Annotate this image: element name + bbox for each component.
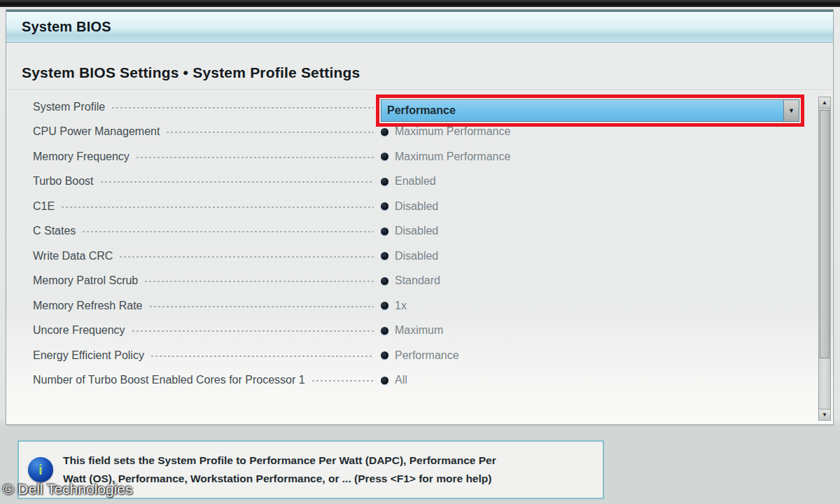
info-icon: i (28, 457, 53, 482)
leader-line (150, 306, 374, 307)
radio-bullet-icon (381, 153, 388, 160)
setting-value: Maximum Performance (395, 125, 510, 138)
setting-label: Memory Frequency (33, 150, 130, 163)
system-profile-dropdown[interactable]: Performance ▼ (381, 99, 799, 122)
leader-line (62, 206, 374, 208)
setting-row-c1e: C1E Disabled (6, 194, 804, 219)
setting-value: Enabled (395, 175, 436, 188)
setting-value: Disabled (395, 200, 438, 213)
radio-bullet-icon (381, 377, 388, 384)
setting-label: C1E (33, 200, 55, 213)
setting-value: Performance (395, 349, 459, 362)
leader-line (132, 330, 374, 332)
setting-value: Maximum (395, 324, 443, 337)
setting-value: Standard (395, 274, 440, 287)
leader-line (167, 132, 374, 133)
radio-bullet-icon (381, 351, 388, 359)
setting-row-memory-refresh-rate: Memory Refresh Rate 1x (6, 293, 804, 318)
vertical-scrollbar[interactable]: ▲ ▼ (818, 97, 831, 421)
setting-label: Memory Patrol Scrub (33, 274, 138, 287)
setting-label: Energy Efficient Policy (33, 349, 144, 362)
setting-value: 1x (395, 300, 407, 312)
radio-bullet-icon (381, 252, 388, 260)
setting-row-turbo-boost: Turbo Boost Enabled (6, 169, 804, 195)
radio-bullet-icon (381, 202, 388, 210)
page-title: System BIOS Settings • System Profile Se… (22, 64, 360, 81)
settings-list: System Profile CPU Power Management Maxi… (6, 94, 804, 393)
setting-label: Number of Turbo Boost Enabled Cores for … (33, 374, 305, 386)
leader-line (151, 356, 374, 357)
dell-watermark: © Dell Technologies (3, 481, 133, 498)
panel-header: System BIOS (6, 10, 833, 43)
radio-bullet-icon (381, 277, 388, 285)
setting-row-memory-frequency: Memory Frequency Maximum Performance (6, 144, 804, 169)
bios-panel: System BIOS System BIOS Settings • Syste… (6, 9, 834, 425)
help-text-line1: This field sets the System Profile to Pe… (63, 451, 496, 470)
setting-label: C States (33, 225, 76, 237)
setting-label: System Profile (33, 101, 105, 113)
scroll-down-icon[interactable]: ▼ (819, 409, 830, 420)
leader-line (101, 181, 374, 183)
dropdown-arrow-icon[interactable]: ▼ (783, 100, 799, 121)
title-separator (7, 90, 832, 91)
setting-label: CPU Power Management (33, 125, 160, 138)
setting-value: All (395, 374, 407, 386)
leader-line (312, 380, 374, 382)
leader-line (120, 256, 374, 258)
setting-label: Memory Refresh Rate (33, 300, 143, 312)
setting-label: Uncore Frequency (33, 324, 125, 337)
setting-label: Write Data CRC (33, 250, 113, 262)
setting-row-turbo-boost-cores: Number of Turbo Boost Enabled Cores for … (6, 368, 804, 393)
setting-row-uncore-frequency: Uncore Frequency Maximum (6, 318, 804, 344)
leader-line (112, 107, 374, 108)
window-title: System BIOS (6, 19, 111, 35)
setting-value: Maximum Performance (395, 150, 510, 163)
radio-bullet-icon (381, 327, 388, 335)
leader-line (136, 157, 374, 158)
top-black-bar (0, 0, 840, 7)
scroll-up-icon[interactable]: ▲ (819, 97, 830, 108)
radio-bullet-icon (381, 128, 388, 136)
annotation-highlight-box: Performance ▼ (376, 94, 804, 127)
setting-value: Disabled (395, 225, 438, 237)
leader-line (145, 281, 374, 282)
setting-row-c-states: C States Disabled (6, 219, 804, 244)
system-profile-selected-value: Performance (382, 104, 783, 117)
setting-row-write-data-crc: Write Data CRC Disabled (6, 244, 804, 269)
leader-line (83, 231, 374, 232)
setting-row-energy-efficient-policy: Energy Efficient Policy Performance (6, 343, 804, 368)
radio-bullet-icon (381, 227, 388, 235)
radio-bullet-icon (381, 302, 388, 309)
setting-value: Disabled (395, 250, 438, 262)
setting-row-memory-patrol-scrub: Memory Patrol Scrub Standard (6, 269, 804, 294)
radio-bullet-icon (381, 178, 388, 186)
setting-label: Turbo Boost (33, 175, 94, 188)
scrollbar-thumb[interactable] (820, 110, 830, 358)
